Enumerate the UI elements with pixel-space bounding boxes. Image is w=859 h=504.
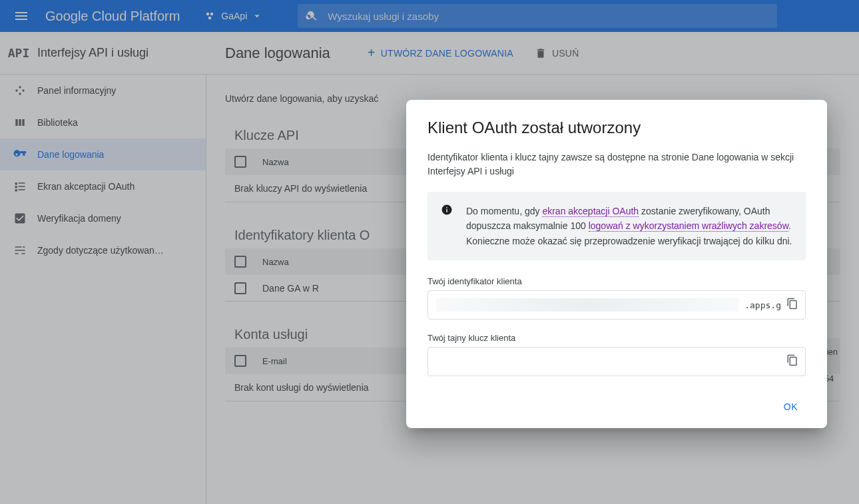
dialog-info-text: Do momentu, gdy ekran akceptacji OAuth z… — [466, 204, 792, 248]
sensitive-scopes-link[interactable]: logowań z wykorzystaniem wrażliwych zakr… — [589, 220, 788, 232]
client-secret-field[interactable] — [428, 347, 806, 376]
copy-icon — [786, 298, 798, 310]
consent-screen-link[interactable]: ekran akceptacji OAuth — [542, 206, 639, 217]
client-id-field[interactable]: .apps.g — [428, 290, 806, 320]
dialog-info-box: Do momentu, gdy ekran akceptacji OAuth z… — [428, 192, 806, 260]
copy-icon — [786, 354, 798, 366]
dialog-subtitle: Identyfikator klienta i klucz tajny zaws… — [428, 150, 806, 178]
ok-button[interactable]: OK — [776, 396, 806, 417]
client-id-suffix: .apps.g — [744, 300, 781, 310]
info-icon — [441, 204, 453, 216]
client-id-value-redacted — [436, 298, 739, 312]
client-secret-label: Twój tajny klucz klienta — [428, 333, 806, 343]
client-id-label: Twój identyfikator klienta — [428, 276, 806, 286]
copy-client-secret-button[interactable] — [786, 354, 798, 369]
oauth-created-dialog: Klient OAuth został utworzony Identyfika… — [406, 100, 827, 428]
dialog-title: Klient OAuth został utworzony — [428, 119, 806, 137]
copy-client-id-button[interactable] — [786, 298, 798, 312]
